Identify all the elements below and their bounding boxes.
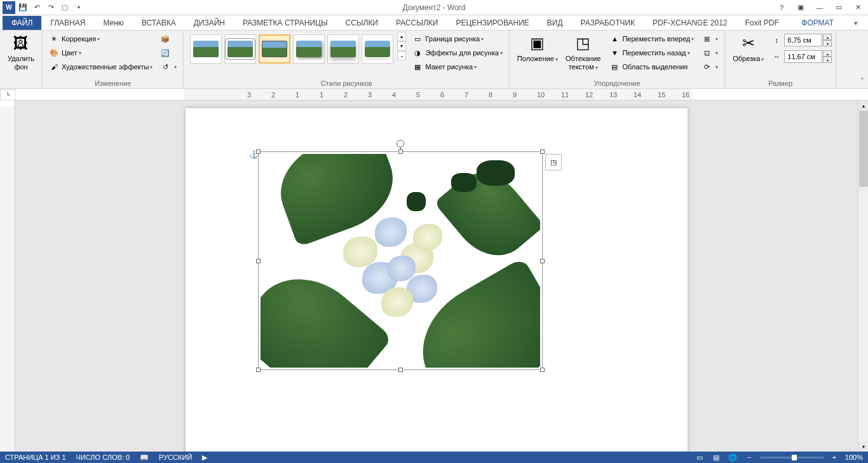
compress-icon: 📦 xyxy=(160,34,170,44)
image-content xyxy=(261,154,540,368)
change-picture-button[interactable]: 🔄 xyxy=(158,46,179,60)
tab-developer[interactable]: РАЗРАБОТЧИК xyxy=(572,16,644,30)
crop-button[interactable]: ✂ Обрезка▾ xyxy=(729,32,768,64)
change-pic-icon: 🔄 xyxy=(160,48,170,58)
align-button[interactable]: ⊞▾ xyxy=(699,32,721,46)
gallery-up-button[interactable]: ▴ xyxy=(397,32,406,41)
page-container[interactable]: ⚓ xyxy=(15,100,858,452)
resize-handle-e[interactable] xyxy=(540,259,545,263)
tab-design[interactable]: ДИЗАЙН xyxy=(185,16,234,30)
height-up[interactable]: ▴ xyxy=(823,34,832,40)
horizontal-ruler[interactable]: 3211234567891011121314151617 xyxy=(15,89,868,100)
wrap-icon: ◳ xyxy=(573,33,593,53)
resize-handle-w[interactable] xyxy=(256,259,261,263)
tab-pdfxchange[interactable]: PDF-XCHANGE 2012 xyxy=(644,16,736,30)
qat-customize-icon[interactable]: ▾ xyxy=(72,1,85,14)
group-size: ✂ Обрезка▾ ↕ ▴▾ ↔ ▴▾ Размер xyxy=(725,31,836,88)
scroll-thumb[interactable] xyxy=(859,111,868,187)
group-label-size: Размер xyxy=(729,78,832,88)
style-thumb-4[interactable] xyxy=(293,34,325,64)
vertical-ruler[interactable] xyxy=(0,100,15,452)
scroll-down-button[interactable]: ▾ xyxy=(858,441,868,452)
height-down[interactable]: ▾ xyxy=(823,40,832,46)
tab-file[interactable]: ФАЙЛ xyxy=(3,16,41,30)
group-adjust: ☀Коррекция▾ 🎨Цвет▾ 🖌Художественные эффек… xyxy=(43,31,184,88)
redo-icon[interactable]: ↷ xyxy=(44,1,57,14)
height-input[interactable] xyxy=(784,34,822,46)
height-icon: ↕ xyxy=(771,35,782,45)
word-count[interactable]: ЧИСЛО СЛОВ: 0 xyxy=(76,453,130,461)
print-layout-button[interactable]: ▤ xyxy=(710,453,722,462)
color-button[interactable]: 🎨Цвет▾ xyxy=(46,46,155,60)
web-layout-button[interactable]: 🌐 xyxy=(727,453,738,462)
macro-icon[interactable]: ▶ xyxy=(202,453,207,462)
collapse-ribbon-icon[interactable]: ˄ xyxy=(860,77,864,86)
scroll-up-button[interactable]: ▴ xyxy=(858,100,868,111)
style-thumb-2[interactable] xyxy=(224,34,256,64)
tab-references[interactable]: ССЫЛКИ xyxy=(337,16,387,30)
style-thumb-5[interactable] xyxy=(327,34,359,64)
tab-insert[interactable]: ВСТАВКА xyxy=(133,16,185,30)
gallery-more-button[interactable]: ⌄ xyxy=(397,51,406,60)
style-thumb-1[interactable] xyxy=(190,34,222,64)
group-button[interactable]: ⊡▾ xyxy=(699,46,721,60)
corrections-icon: ☀ xyxy=(49,34,59,44)
bring-forward-button[interactable]: ▲Переместить вперед▾ xyxy=(607,32,696,46)
close-icon[interactable]: ✕ xyxy=(851,1,864,14)
corrections-button[interactable]: ☀Коррекция▾ xyxy=(46,32,155,46)
rotation-handle[interactable] xyxy=(397,140,404,148)
selection-icon: ▤ xyxy=(609,62,620,72)
resize-handle-s[interactable] xyxy=(398,368,403,372)
picture-layout-button[interactable]: ▦Макет рисунка▾ xyxy=(410,60,505,74)
layout-options-button[interactable]: ◳ xyxy=(545,154,562,170)
tab-format[interactable]: ФОРМАТ xyxy=(792,16,843,30)
width-down[interactable]: ▾ xyxy=(823,57,832,63)
border-icon: ▭ xyxy=(412,34,423,44)
picture-effects-button[interactable]: ◑Эффекты для рисунка▾ xyxy=(410,46,505,60)
new-doc-icon[interactable]: ▢ xyxy=(58,1,71,14)
selected-image[interactable]: ⚓ xyxy=(261,154,540,368)
tab-layout[interactable]: РАЗМЕТКА СТРАНИЦЫ xyxy=(234,16,337,30)
tab-home[interactable]: ГЛАВНАЯ xyxy=(41,16,94,30)
gallery-down-button[interactable]: ▾ xyxy=(397,41,406,51)
restore-icon[interactable]: ▭ xyxy=(832,1,845,14)
proofing-icon[interactable]: 📖 xyxy=(140,453,149,462)
width-up[interactable]: ▴ xyxy=(823,50,832,57)
style-thumb-3[interactable] xyxy=(259,34,290,64)
ruler-corner[interactable]: └ xyxy=(0,89,15,100)
tab-view[interactable]: ВИД xyxy=(538,16,572,30)
zoom-in-button[interactable]: + xyxy=(829,453,840,462)
tab-menu[interactable]: Меню xyxy=(94,16,132,30)
language-status[interactable]: РУССКИЙ xyxy=(159,453,192,461)
ribbon-display-icon[interactable]: ▣ xyxy=(794,1,807,14)
undo-icon[interactable]: ↶ xyxy=(31,1,43,14)
picture-border-button[interactable]: ▭Граница рисунка▾ xyxy=(410,32,505,46)
tab-foxit[interactable]: Foxit PDF xyxy=(736,16,787,30)
remove-background-button[interactable]: 🖼 Удалитьфон xyxy=(4,32,38,73)
resize-handle-sw[interactable] xyxy=(256,368,261,372)
selection-pane-button[interactable]: ▤Область выделения xyxy=(607,60,696,74)
resize-handle-ne[interactable] xyxy=(540,149,545,154)
save-icon[interactable]: 💾 xyxy=(17,1,29,14)
resize-handle-se[interactable] xyxy=(540,368,545,372)
position-button[interactable]: ▣ Положение▾ xyxy=(513,32,562,64)
width-input[interactable] xyxy=(784,50,822,63)
reset-picture-button[interactable]: ↺▾ xyxy=(158,60,179,74)
style-thumb-6[interactable] xyxy=(362,34,393,64)
zoom-out-button[interactable]: − xyxy=(743,453,755,462)
compress-button[interactable]: 📦 xyxy=(158,32,179,46)
tab-overflow-icon[interactable]: ▾ xyxy=(849,17,863,30)
zoom-slider[interactable] xyxy=(760,457,824,459)
help-icon[interactable]: ? xyxy=(775,1,788,14)
tab-mailings[interactable]: РАССЫЛКИ xyxy=(387,16,447,30)
minimize-icon[interactable]: — xyxy=(813,1,826,14)
tab-review[interactable]: РЕЦЕНЗИРОВАНИЕ xyxy=(447,16,538,30)
artistic-effects-button[interactable]: 🖌Художественные эффекты▾ xyxy=(46,60,155,74)
vertical-scrollbar[interactable]: ▴ ▾ xyxy=(858,100,868,452)
zoom-level[interactable]: 100% xyxy=(845,453,863,461)
wrap-text-button[interactable]: ◳ Обтеканиетекстом▾ xyxy=(562,32,604,73)
read-mode-button[interactable]: ▭ xyxy=(694,453,705,462)
rotate-button[interactable]: ⟳▾ xyxy=(699,60,721,74)
page-status[interactable]: СТРАНИЦА 1 ИЗ 1 xyxy=(5,453,66,461)
send-backward-button[interactable]: ▼Переместить назад▾ xyxy=(607,46,696,60)
